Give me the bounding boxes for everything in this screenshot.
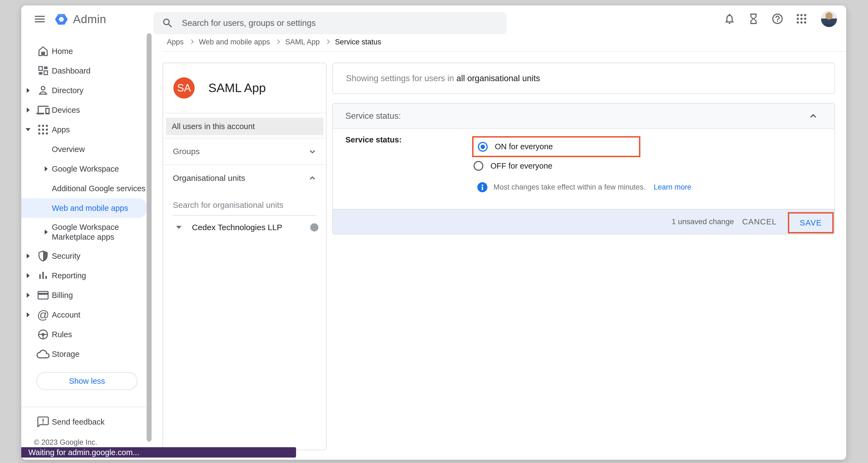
admin-hexagon-icon — [54, 11, 69, 27]
send-feedback-button[interactable]: Send feedback — [21, 407, 153, 437]
sidebar-item-reporting[interactable]: Reporting — [21, 266, 153, 286]
chevron-up-icon[interactable] — [307, 173, 318, 184]
product-name: Admin — [73, 13, 106, 26]
expand-arrow-icon[interactable] — [27, 254, 30, 259]
google-apps-grid-icon[interactable] — [795, 12, 808, 26]
expand-arrow-icon[interactable] — [27, 312, 30, 317]
cancel-button[interactable]: CANCEL — [742, 217, 777, 226]
sidebar-item-web-and-mobile-apps[interactable]: Web and mobile apps — [21, 198, 148, 218]
at-sign-icon: @ — [36, 308, 50, 321]
global-search-bar[interactable] — [153, 12, 506, 34]
sidebar-item-label: Dashboard — [52, 66, 91, 76]
service-status-header[interactable]: Service status: — [333, 103, 834, 129]
radio-off-label[interactable]: OFF for everyone — [490, 162, 552, 170]
sidebar-item-account[interactable]: @ Account — [21, 305, 153, 325]
sidebar-item-label: Google Workspace Marketplace apps — [52, 222, 133, 242]
browser-status-text: Waiting for admin.google.com... — [28, 448, 139, 457]
collapse-arrow-icon[interactable] — [26, 128, 31, 131]
sidebar-item-home[interactable]: Home — [21, 41, 153, 61]
sidebar-item-label: Google Workspace — [52, 164, 119, 174]
browser-window: Admin Home — [21, 5, 846, 460]
sidebar-item-label: Devices — [52, 105, 80, 115]
expand-arrow-icon[interactable] — [45, 230, 48, 234]
chevron-right-icon — [325, 39, 330, 44]
sidebar-item-label: Reporting — [52, 271, 86, 280]
learn-more-link[interactable]: Learn more — [654, 183, 691, 192]
sidebar-item-apps[interactable]: Apps — [21, 120, 153, 139]
radio-on-label[interactable]: ON for everyone — [495, 142, 553, 151]
shield-icon — [36, 250, 50, 263]
expand-arrow-icon[interactable] — [27, 88, 30, 93]
sidebar-item-devices[interactable]: Devices — [21, 100, 153, 120]
sidebar-item-directory[interactable]: Directory — [21, 80, 153, 100]
collapse-chevron-up-icon[interactable] — [807, 110, 819, 122]
radio-off-unselected[interactable] — [473, 161, 483, 171]
notifications-bell-icon[interactable] — [723, 12, 736, 26]
scope-banner: Showing settings for users in all organi… — [332, 63, 835, 94]
person-icon — [36, 84, 50, 97]
expand-arrow-icon[interactable] — [27, 273, 30, 278]
expand-arrow-icon[interactable] — [27, 107, 30, 112]
user-avatar[interactable] — [820, 11, 837, 28]
search-input[interactable] — [182, 18, 498, 28]
send-feedback-label: Send feedback — [52, 418, 104, 427]
groups-accordion[interactable]: Groups — [163, 138, 326, 165]
sidebar-item-storage[interactable]: Storage — [21, 344, 153, 364]
app-scope-panel: SA SAML App All users in this account Gr… — [162, 63, 327, 450]
sidebar-item-dashboard[interactable]: Dashboard — [21, 61, 153, 80]
breadcrumb-web-and-mobile-apps[interactable]: Web and mobile apps — [199, 38, 270, 46]
settings-column: Showing settings for users in all organi… — [332, 63, 835, 450]
sidebar-item-label: Rules — [52, 330, 72, 339]
unsaved-changes-text: 1 unsaved change — [672, 217, 734, 226]
org-units-accordion[interactable]: Organisational units — [163, 165, 326, 191]
org-units-label: Organisational units — [173, 173, 245, 183]
sidebar-item-label: Home — [52, 46, 73, 56]
sidebar-item-label: Web and mobile apps — [52, 203, 128, 213]
sidebar-item-billing[interactable]: Billing — [21, 286, 153, 305]
chevron-right-icon — [189, 39, 193, 44]
sidebar-item-label: Directory — [52, 86, 84, 95]
org-units-search-input[interactable] — [173, 200, 316, 210]
save-button[interactable]: SAVE — [800, 219, 822, 227]
help-icon[interactable] — [771, 12, 784, 26]
service-status-card: Service status: Service status: ON for e… — [332, 103, 835, 234]
tree-expand-arrow-icon[interactable] — [176, 226, 182, 229]
cloud-icon — [36, 348, 50, 361]
sidebar-item-label: Account — [52, 310, 81, 320]
home-icon — [36, 45, 50, 58]
hourglass-tasks-icon[interactable] — [747, 12, 760, 26]
sidebar-item-google-workspace[interactable]: Google Workspace — [21, 159, 153, 179]
browser-status-bar: Waiting for admin.google.com... — [21, 447, 296, 458]
sidebar-item-overview[interactable]: Overview — [21, 139, 153, 159]
org-units-search[interactable] — [173, 200, 316, 216]
sidebar-item-label: Billing — [52, 290, 73, 300]
sidebar-item-label: Apps — [52, 125, 70, 135]
org-unit-status-dot — [310, 223, 318, 232]
sidebar-item-label: Storage — [52, 349, 80, 359]
breadcrumb-apps[interactable]: Apps — [167, 38, 184, 46]
devices-icon — [36, 103, 50, 117]
app-avatar: SA — [174, 77, 195, 99]
org-unit-tree-item[interactable]: Cedex Technologies LLP — [163, 223, 326, 232]
main-content: Apps Web and mobile apps SAML App Servic… — [153, 33, 846, 460]
expand-arrow-icon[interactable] — [27, 293, 30, 298]
annotation-box-on-option: ON for everyone — [472, 136, 640, 157]
sidebar-item-label: Security — [52, 251, 81, 261]
menu-icon[interactable] — [33, 12, 46, 26]
sidebar-scrollbar[interactable] — [147, 33, 152, 442]
sidebar-item-rules[interactable]: Rules — [21, 325, 153, 344]
service-status-body: Service status: ON for everyone OFF for … — [333, 129, 834, 209]
service-status-title: Service status: — [345, 111, 401, 121]
app-header: SA SAML App — [163, 63, 326, 113]
breadcrumb-saml-app[interactable]: SAML App — [285, 38, 320, 46]
radio-on-selected[interactable] — [478, 142, 488, 152]
chevron-down-icon[interactable] — [307, 146, 318, 157]
all-users-scope-item[interactable]: All users in this account — [166, 118, 323, 135]
chevron-right-icon — [275, 39, 280, 44]
show-less-button[interactable]: Show less — [36, 372, 137, 390]
sidebar-item-security[interactable]: Security — [21, 246, 153, 266]
sidebar-item-additional-google-services[interactable]: Additional Google services — [21, 179, 153, 198]
service-status-field-label: Service status: — [345, 135, 402, 144]
expand-arrow-icon[interactable] — [45, 166, 48, 171]
sidebar-item-gw-marketplace-apps[interactable]: Google Workspace Marketplace apps — [21, 218, 153, 246]
